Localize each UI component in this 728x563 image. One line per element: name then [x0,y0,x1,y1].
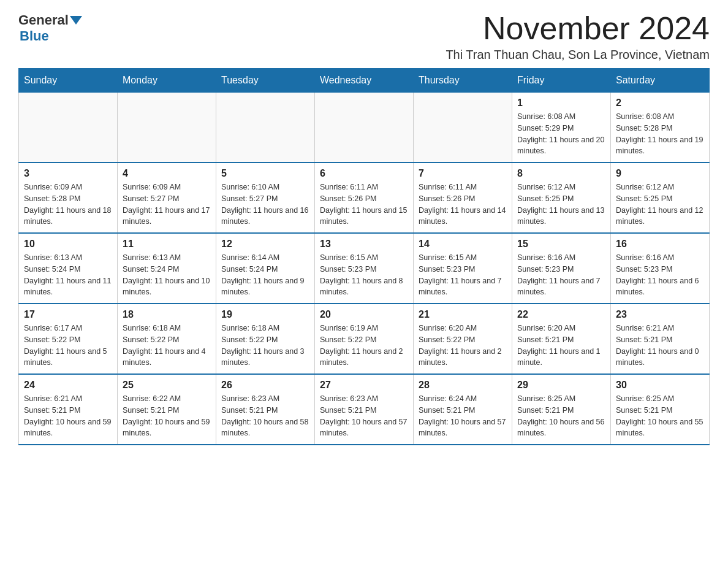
day-number: 14 [419,239,507,250]
day-info: Sunrise: 6:11 AMSunset: 5:26 PMDaylight:… [419,182,507,228]
day-number: 12 [221,239,309,250]
day-info: Sunrise: 6:10 AMSunset: 5:27 PMDaylight:… [221,182,309,228]
day-info: Sunrise: 6:13 AMSunset: 5:24 PMDaylight:… [123,252,211,298]
logo-general-text: General [18,12,69,28]
logo-arrow-icon [70,16,82,25]
day-number: 13 [320,239,408,250]
calendar-cell: 29Sunrise: 6:25 AMSunset: 5:21 PMDayligh… [512,374,611,445]
day-number: 5 [221,168,309,179]
day-number: 7 [419,168,507,179]
calendar-cell: 21Sunrise: 6:20 AMSunset: 5:22 PMDayligh… [414,304,512,374]
calendar-cell: 1Sunrise: 6:08 AMSunset: 5:29 PMDaylight… [512,93,611,163]
day-info: Sunrise: 6:08 AMSunset: 5:28 PMDaylight:… [616,111,704,157]
calendar-cell: 20Sunrise: 6:19 AMSunset: 5:22 PMDayligh… [315,304,414,374]
calendar-cell: 26Sunrise: 6:23 AMSunset: 5:21 PMDayligh… [216,374,315,445]
weekday-header-wednesday: Wednesday [315,69,414,93]
calendar-cell [216,93,315,163]
day-info: Sunrise: 6:24 AMSunset: 5:21 PMDaylight:… [419,393,507,439]
weekday-header-saturday: Saturday [611,69,710,93]
day-number: 4 [123,168,211,179]
day-number: 19 [221,309,309,320]
day-number: 9 [616,168,704,179]
day-info: Sunrise: 6:18 AMSunset: 5:22 PMDaylight:… [221,323,309,369]
day-info: Sunrise: 6:16 AMSunset: 5:23 PMDaylight:… [616,252,704,298]
day-number: 6 [320,168,408,179]
day-number: 1 [517,98,605,109]
day-info: Sunrise: 6:15 AMSunset: 5:23 PMDaylight:… [320,252,408,298]
page-header: General Blue November 2024 Thi Tran Thua… [18,12,710,62]
calendar-cell: 13Sunrise: 6:15 AMSunset: 5:23 PMDayligh… [315,233,414,304]
calendar-cell: 18Sunrise: 6:18 AMSunset: 5:22 PMDayligh… [118,304,216,374]
calendar-cell: 3Sunrise: 6:09 AMSunset: 5:28 PMDaylight… [19,163,118,233]
day-number: 2 [616,98,704,109]
day-info: Sunrise: 6:20 AMSunset: 5:21 PMDaylight:… [517,323,605,369]
calendar-cell: 11Sunrise: 6:13 AMSunset: 5:24 PMDayligh… [118,233,216,304]
title-section: November 2024 Thi Tran Thuan Chau, Son L… [446,12,710,62]
day-info: Sunrise: 6:16 AMSunset: 5:23 PMDaylight:… [517,252,605,298]
calendar-cell: 2Sunrise: 6:08 AMSunset: 5:28 PMDaylight… [611,93,710,163]
calendar-header-row: SundayMondayTuesdayWednesdayThursdayFrid… [19,69,710,93]
calendar-cell: 8Sunrise: 6:12 AMSunset: 5:25 PMDaylight… [512,163,611,233]
day-info: Sunrise: 6:23 AMSunset: 5:21 PMDaylight:… [221,393,309,439]
day-info: Sunrise: 6:15 AMSunset: 5:23 PMDaylight:… [419,252,507,298]
calendar-cell [19,93,118,163]
calendar-cell: 28Sunrise: 6:24 AMSunset: 5:21 PMDayligh… [414,374,512,445]
weekday-header-tuesday: Tuesday [216,69,315,93]
calendar-cell [414,93,512,163]
day-info: Sunrise: 6:19 AMSunset: 5:22 PMDaylight:… [320,323,408,369]
calendar-cell: 12Sunrise: 6:14 AMSunset: 5:24 PMDayligh… [216,233,315,304]
day-number: 10 [24,239,112,250]
day-info: Sunrise: 6:12 AMSunset: 5:25 PMDaylight:… [517,182,605,228]
day-info: Sunrise: 6:22 AMSunset: 5:21 PMDaylight:… [123,393,211,439]
day-number: 26 [221,380,309,391]
calendar-cell: 16Sunrise: 6:16 AMSunset: 5:23 PMDayligh… [611,233,710,304]
day-number: 16 [616,239,704,250]
calendar-week-row: 17Sunrise: 6:17 AMSunset: 5:22 PMDayligh… [19,304,710,374]
location-title: Thi Tran Thuan Chau, Son La Province, Vi… [446,48,710,62]
calendar-table: SundayMondayTuesdayWednesdayThursdayFrid… [18,68,710,445]
calendar-cell: 15Sunrise: 6:16 AMSunset: 5:23 PMDayligh… [512,233,611,304]
calendar-cell: 19Sunrise: 6:18 AMSunset: 5:22 PMDayligh… [216,304,315,374]
day-info: Sunrise: 6:25 AMSunset: 5:21 PMDaylight:… [517,393,605,439]
calendar-cell: 7Sunrise: 6:11 AMSunset: 5:26 PMDaylight… [414,163,512,233]
day-number: 21 [419,309,507,320]
day-info: Sunrise: 6:21 AMSunset: 5:21 PMDaylight:… [616,323,704,369]
calendar-cell: 14Sunrise: 6:15 AMSunset: 5:23 PMDayligh… [414,233,512,304]
calendar-cell: 4Sunrise: 6:09 AMSunset: 5:27 PMDaylight… [118,163,216,233]
calendar-week-row: 1Sunrise: 6:08 AMSunset: 5:29 PMDaylight… [19,93,710,163]
day-info: Sunrise: 6:25 AMSunset: 5:21 PMDaylight:… [616,393,704,439]
day-number: 30 [616,380,704,391]
day-number: 23 [616,309,704,320]
calendar-cell [118,93,216,163]
calendar-cell: 25Sunrise: 6:22 AMSunset: 5:21 PMDayligh… [118,374,216,445]
day-info: Sunrise: 6:11 AMSunset: 5:26 PMDaylight:… [320,182,408,228]
logo-blue-text: Blue [20,28,49,44]
calendar-cell: 17Sunrise: 6:17 AMSunset: 5:22 PMDayligh… [19,304,118,374]
day-info: Sunrise: 6:17 AMSunset: 5:22 PMDaylight:… [24,323,112,369]
logo: General Blue [18,12,83,44]
month-title: November 2024 [446,12,710,44]
day-info: Sunrise: 6:08 AMSunset: 5:29 PMDaylight:… [517,111,605,157]
day-info: Sunrise: 6:21 AMSunset: 5:21 PMDaylight:… [24,393,112,439]
day-number: 29 [517,380,605,391]
calendar-cell: 10Sunrise: 6:13 AMSunset: 5:24 PMDayligh… [19,233,118,304]
day-number: 3 [24,168,112,179]
day-number: 15 [517,239,605,250]
day-number: 18 [123,309,211,320]
calendar-cell: 30Sunrise: 6:25 AMSunset: 5:21 PMDayligh… [611,374,710,445]
day-number: 8 [517,168,605,179]
day-info: Sunrise: 6:20 AMSunset: 5:22 PMDaylight:… [419,323,507,369]
day-info: Sunrise: 6:23 AMSunset: 5:21 PMDaylight:… [320,393,408,439]
calendar-cell: 22Sunrise: 6:20 AMSunset: 5:21 PMDayligh… [512,304,611,374]
day-number: 24 [24,380,112,391]
day-number: 27 [320,380,408,391]
day-info: Sunrise: 6:09 AMSunset: 5:27 PMDaylight:… [123,182,211,228]
calendar-week-row: 3Sunrise: 6:09 AMSunset: 5:28 PMDaylight… [19,163,710,233]
day-number: 11 [123,239,211,250]
weekday-header-thursday: Thursday [414,69,512,93]
calendar-week-row: 24Sunrise: 6:21 AMSunset: 5:21 PMDayligh… [19,374,710,445]
calendar-cell: 9Sunrise: 6:12 AMSunset: 5:25 PMDaylight… [611,163,710,233]
day-number: 22 [517,309,605,320]
calendar-cell [315,93,414,163]
calendar-cell: 23Sunrise: 6:21 AMSunset: 5:21 PMDayligh… [611,304,710,374]
